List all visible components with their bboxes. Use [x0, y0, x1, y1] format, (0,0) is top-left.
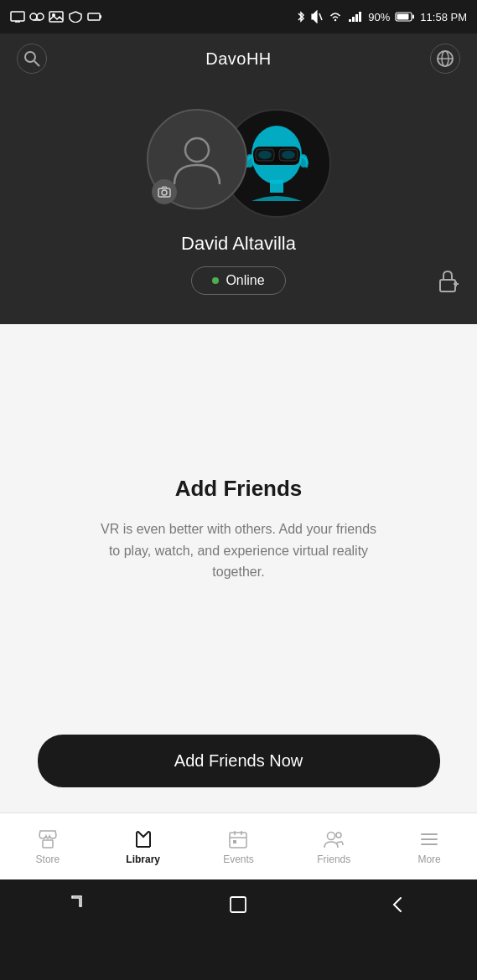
svg-rect-14	[359, 12, 361, 22]
profile-info-row: David Altavilla	[17, 233, 460, 266]
store-icon	[37, 828, 59, 850]
add-friends-button[interactable]: Add Friends Now	[38, 735, 440, 787]
svg-rect-16	[397, 14, 409, 20]
svg-rect-38	[43, 840, 53, 848]
home-circle-icon	[229, 895, 247, 914]
battery-percent: 90%	[368, 11, 390, 23]
signal-icon	[348, 11, 363, 23]
battery-status-icon	[87, 11, 102, 23]
mute-icon	[311, 10, 323, 23]
avatars-container	[147, 109, 331, 218]
search-button[interactable]	[17, 44, 47, 74]
svg-point-34	[299, 154, 308, 168]
voicemail-icon	[29, 11, 44, 23]
battery-icon	[395, 11, 415, 23]
recent-apps-button[interactable]	[54, 888, 105, 921]
nav-library-label: Library	[126, 854, 160, 865]
wifi-icon	[328, 11, 343, 23]
nav-events-label: Events	[223, 854, 254, 865]
svg-rect-12	[352, 17, 355, 22]
nav-store-label: Store	[36, 854, 60, 865]
add-friends-description: VR is even better with others. Add your …	[96, 518, 381, 583]
svg-point-46	[336, 833, 341, 838]
svg-rect-35	[440, 280, 455, 291]
content-area: Add Friends VR is even better with other…	[0, 324, 477, 735]
svg-rect-8	[100, 15, 101, 18]
svg-point-3	[37, 13, 44, 20]
page-title: DavoHH	[205, 49, 272, 69]
svg-rect-0	[11, 12, 24, 21]
svg-point-23	[185, 138, 209, 162]
vr-character-svg	[235, 117, 319, 209]
svg-rect-40	[230, 833, 246, 848]
nav-more[interactable]: More	[381, 828, 477, 865]
svg-rect-17	[412, 15, 414, 19]
add-friends-title: Add Friends	[175, 476, 303, 502]
online-dot	[212, 277, 219, 284]
home-button[interactable]	[213, 888, 263, 921]
svg-rect-13	[355, 14, 358, 22]
svg-rect-27	[270, 180, 283, 193]
globe-button[interactable]	[430, 44, 460, 74]
nav-store[interactable]: Store	[0, 828, 96, 865]
nav-events[interactable]: Events	[191, 828, 287, 865]
back-button[interactable]	[372, 888, 423, 921]
back-arrow-icon	[387, 895, 407, 915]
nav-more-label: More	[417, 854, 440, 865]
camera-icon	[158, 185, 171, 199]
svg-line-10	[319, 13, 322, 20]
svg-line-19	[34, 61, 39, 66]
bottom-nav: Store Library Events Friends	[0, 812, 477, 879]
default-avatar[interactable]	[147, 109, 247, 209]
status-bar: 90% 11:58 PM	[0, 0, 477, 34]
status-icons-right: 90% 11:58 PM	[296, 10, 467, 23]
more-icon	[418, 828, 440, 850]
svg-point-18	[25, 52, 35, 62]
events-icon	[227, 828, 249, 850]
search-icon	[23, 50, 40, 67]
user-name: David Altavilla	[181, 233, 296, 255]
svg-point-25	[162, 190, 167, 195]
system-nav	[0, 879, 477, 930]
profile-section: David Altavilla Online	[0, 84, 477, 324]
nav-friends[interactable]: Friends	[286, 828, 381, 865]
image-icon	[49, 11, 64, 23]
friends-icon	[323, 828, 345, 850]
svg-point-32	[282, 151, 295, 159]
nav-library[interactable]: Library	[96, 828, 191, 865]
privacy-button[interactable]	[435, 268, 460, 293]
camera-badge[interactable]	[152, 179, 177, 204]
svg-rect-7	[88, 13, 100, 20]
svg-marker-9	[312, 11, 317, 23]
bluetooth-icon	[296, 10, 306, 23]
person-silhouette	[168, 130, 226, 188]
tv-icon	[10, 11, 25, 23]
header: DavoHH	[0, 34, 477, 84]
status-icons-left	[10, 11, 102, 23]
library-icon	[132, 828, 154, 850]
svg-rect-5	[49, 12, 63, 22]
svg-point-2	[30, 13, 37, 20]
svg-point-45	[328, 832, 335, 839]
add-friends-btn-container: Add Friends Now	[0, 735, 477, 812]
status-text: Online	[226, 273, 264, 288]
svg-rect-50	[231, 897, 246, 912]
svg-point-31	[258, 151, 272, 159]
recent-apps-icon	[70, 895, 90, 915]
globe-icon	[436, 49, 454, 68]
svg-rect-44	[233, 840, 236, 843]
clock: 11:58 PM	[420, 11, 467, 23]
status-pill[interactable]: Online	[191, 266, 285, 295]
lock-icon	[435, 268, 460, 293]
svg-rect-11	[349, 19, 351, 22]
nav-friends-label: Friends	[317, 854, 350, 865]
shield-icon	[68, 11, 83, 23]
